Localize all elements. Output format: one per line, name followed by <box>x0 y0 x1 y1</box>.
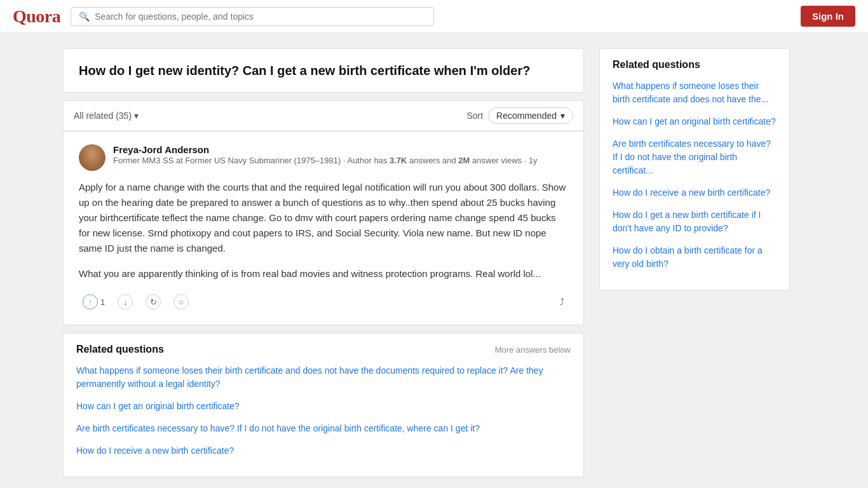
sort-dropdown[interactable]: Recommended ▾ <box>488 107 573 124</box>
author-info: Freya-Jord Anderson Former MM3 SS at For… <box>113 144 568 166</box>
share-button[interactable]: ↻ <box>142 292 165 312</box>
answer-text-2: What you are apparently thinking of is f… <box>79 266 568 281</box>
related-section-title: Related questions <box>76 344 164 355</box>
main-content: How do I get new identity? Can I get a n… <box>63 48 584 477</box>
author-bio: Former MM3 SS at Former US Navy Submarin… <box>113 155 568 166</box>
sidebar-link-3[interactable]: Are birth certificates necessary to have… <box>613 137 776 177</box>
search-bar[interactable]: 🔍 <box>71 7 433 26</box>
sidebar-link-2[interactable]: How can I get an original birth certific… <box>613 115 776 128</box>
sort-label: Sort <box>466 111 483 121</box>
question-card: How do I get new identity? Can I get a n… <box>63 48 584 93</box>
sign-in-button[interactable]: Sign In <box>801 6 855 27</box>
related-section-main: Related questions More answers below Wha… <box>63 333 584 477</box>
logo[interactable]: Quora <box>13 6 60 27</box>
search-icon: 🔍 <box>79 11 90 22</box>
upvote-button[interactable]: ↑ 1 <box>79 292 109 312</box>
page-layout: How do I get new identity? Can I get a n… <box>53 33 815 488</box>
share-icon: ↻ <box>146 294 161 309</box>
sidebar-title: Related questions <box>613 59 776 71</box>
chevron-down-icon: ▾ <box>134 111 139 121</box>
author-bio-text: Former MM3 SS at Former US Navy Submarin… <box>113 156 538 165</box>
header: Quora 🔍 Sign In <box>0 0 868 33</box>
all-related[interactable]: All related (35) ▾ <box>74 111 139 121</box>
sidebar-link-5[interactable]: How do I get a new birth certificate if … <box>613 208 776 235</box>
sidebar-link-6[interactable]: How do I obtain a birth certificate for … <box>613 244 776 271</box>
author-row: Freya-Jord Anderson Former MM3 SS at For… <box>79 144 568 171</box>
downvote-icon: ↓ <box>118 294 133 309</box>
related-link-4[interactable]: How do I receive a new birth certificate… <box>76 444 571 458</box>
answer-text-1: Apply for a name change with the courts … <box>79 180 568 256</box>
chevron-down-icon: ▾ <box>560 111 565 121</box>
sidebar-card: Related questions What happens if someon… <box>599 48 790 290</box>
all-related-label: All related (35) <box>74 111 132 121</box>
related-link-3[interactable]: Are birth certificates necessary to have… <box>76 422 571 435</box>
author-name[interactable]: Freya-Jord Anderson <box>113 144 568 155</box>
sidebar-link-1[interactable]: What happens if someone loses their birt… <box>613 79 776 106</box>
search-input[interactable] <box>95 11 425 22</box>
related-link-1[interactable]: What happens if someone loses their birt… <box>76 364 571 391</box>
answer-actions: ↑ 1 ↓ ↻ ○ ⤴ <box>79 292 568 312</box>
comment-button[interactable]: ○ <box>170 292 193 312</box>
more-answers-label: More answers below <box>495 345 571 355</box>
sidebar: Related questions What happens if someon… <box>599 48 790 477</box>
upvote-icon: ↑ <box>83 294 98 309</box>
forward-icon: ⤴ <box>560 297 564 307</box>
avatar-image <box>79 144 105 171</box>
sort-bar: All related (35) ▾ Sort Recommended ▾ <box>63 100 584 131</box>
forward-button[interactable]: ⤴ <box>556 294 568 309</box>
avatar <box>79 144 105 171</box>
sidebar-link-4[interactable]: How do I receive a new birth certificate… <box>613 186 776 200</box>
upvote-count: 1 <box>100 297 105 307</box>
sort-value: Recommended <box>496 111 557 121</box>
downvote-button[interactable]: ↓ <box>114 292 137 312</box>
sort-control: Sort Recommended ▾ <box>466 107 573 124</box>
comment-icon: ○ <box>173 294 189 309</box>
related-header-row: Related questions More answers below <box>76 344 571 355</box>
question-title: How do I get new identity? Can I get a n… <box>79 62 568 79</box>
answer-card: Freya-Jord Anderson Former MM3 SS at For… <box>63 131 584 325</box>
related-link-2[interactable]: How can I get an original birth certific… <box>76 400 571 413</box>
